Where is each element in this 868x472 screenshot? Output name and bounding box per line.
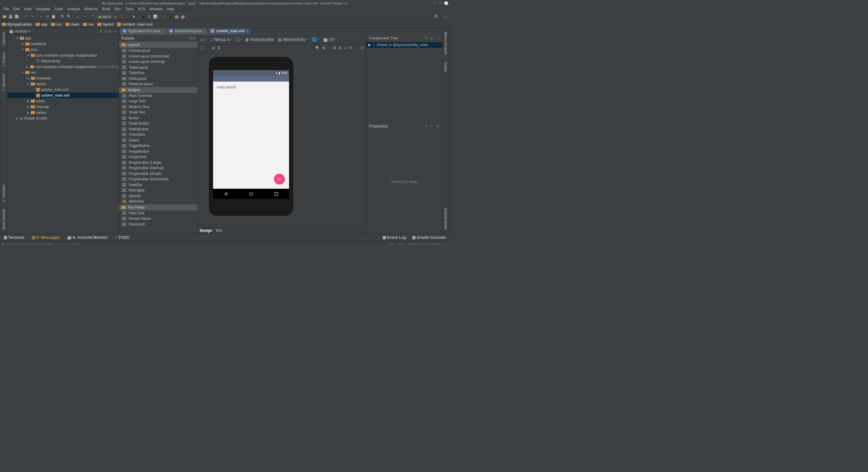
revert-icon[interactable]: ↶ (430, 124, 433, 129)
palette-item[interactable]: Button (119, 115, 198, 121)
palette-item[interactable]: ProgressBar (Small) (119, 171, 198, 177)
tree-row[interactable]: ▶mipmap (7, 104, 119, 109)
device-screen[interactable]: ▾ ▮ 6:00 Hello World! ✉ (213, 70, 289, 189)
palette-item[interactable]: LinearLayout (Horizontal) (119, 54, 198, 59)
palette-item[interactable]: Small Button (119, 121, 198, 127)
expand-arrow-icon[interactable]: ▶ (21, 42, 24, 45)
gutter-structure[interactable]: 7: Structure (1, 70, 6, 95)
status-toggle-icon[interactable]: ▣ (2, 243, 5, 244)
palette-item[interactable]: ToggleButton (119, 143, 198, 149)
expand-arrow-icon[interactable]: ▶ (27, 100, 30, 103)
gutter-project[interactable]: 1: Project (1, 49, 6, 70)
undo-icon[interactable]: ↶ (23, 14, 29, 19)
tree-row[interactable]: ▼res (7, 70, 119, 75)
breadcrumb[interactable]: main (65, 22, 79, 27)
breadcrumb[interactable]: res (83, 22, 94, 27)
cut-icon[interactable]: ✂ (38, 14, 44, 19)
hide-icon[interactable]: →| (113, 29, 117, 33)
expand-arrow-icon[interactable]: ▶ (27, 77, 30, 80)
make-icon[interactable]: 🔨 (91, 14, 96, 19)
search-icon[interactable]: 🔍 (434, 14, 439, 19)
stop-icon[interactable]: ■ (131, 14, 136, 19)
tab-application-test[interactable]: CApplicationTest.java× (120, 28, 166, 35)
close-icon[interactable] (444, 1, 448, 5)
back-icon[interactable] (224, 192, 228, 196)
bottom-terminal[interactable]: ▣ Terminal (4, 235, 24, 240)
breadcrumb[interactable]: app (36, 22, 47, 27)
help-icon[interactable]: ? (189, 14, 195, 19)
open-icon[interactable]: 📂 (2, 14, 7, 19)
project-tree[interactable]: ▼app▶manifests▼java▼com.example.urshulya… (7, 35, 119, 122)
palette-item[interactable]: Small Text (119, 109, 198, 115)
palette-body[interactable]: LayoutsFrameLayoutLinearLayout (Horizont… (119, 42, 198, 227)
paste-icon[interactable]: 📋 (51, 14, 56, 19)
locale-picker[interactable]: 🌐▾ (312, 37, 319, 42)
project-mode[interactable]: Android (15, 29, 27, 33)
palette-item[interactable]: Plain Text (119, 210, 198, 216)
copy-icon[interactable]: ⧉ (44, 14, 50, 19)
fab-button[interactable]: ✉ (274, 174, 285, 184)
menu-edit[interactable]: Edit (11, 6, 22, 12)
status-lock-icon[interactable]: ⬚ (444, 243, 447, 244)
menu-help[interactable]: Help (164, 6, 176, 12)
expand-arrow-icon[interactable]: ▶ (27, 105, 30, 108)
palette-item[interactable]: ProgressBar (Horizontal) (119, 176, 198, 182)
home-icon[interactable] (249, 192, 253, 196)
recents-icon[interactable] (274, 192, 278, 196)
dd1-icon[interactable]: ↻ (162, 14, 167, 19)
menu-run[interactable]: Run (113, 6, 123, 12)
forward-icon[interactable]: → (82, 14, 87, 19)
gutter-captures[interactable]: Captures (1, 28, 6, 49)
gear-icon[interactable]: ⚙▾ (189, 36, 195, 41)
android-icon[interactable]: 🤖 (180, 14, 185, 19)
collapse-icon[interactable]: ⇲ (104, 29, 107, 33)
palette-item[interactable]: Password (119, 222, 198, 227)
palette-item[interactable]: GridLayout (119, 76, 198, 81)
android-icon[interactable]: 🤖 (174, 14, 179, 19)
tree-row[interactable]: ▶com.example.urshulyak.myapplication (an… (7, 64, 119, 70)
transfer-icon[interactable]: ⇄ (212, 46, 215, 50)
attach-icon[interactable]: ⋯ (125, 14, 130, 19)
tree-row[interactable]: ▼java (7, 47, 119, 53)
menu-vcs[interactable]: VCS (136, 6, 148, 12)
palette-item[interactable]: LinearLayout (Vertical) (119, 59, 198, 65)
dd2-icon[interactable]: 📱 (168, 14, 173, 19)
tree-row[interactable]: ▶menu (7, 98, 119, 104)
palette-item[interactable]: ImageView (119, 154, 198, 160)
bottom-android-monitor[interactable]: 🤖 6: Android Monitor (67, 235, 107, 240)
tree-row[interactable]: ▼com.example.urshulyak.myapplication (7, 53, 119, 58)
palette-item[interactable]: RatingBar (119, 188, 198, 193)
replace-icon[interactable]: 🔍 (66, 14, 71, 19)
gear-icon[interactable]: ⚙ (108, 29, 111, 33)
bottom-messages[interactable]: ▤ 0: Messages (32, 235, 60, 240)
palette-item[interactable]: Switch (119, 138, 198, 143)
tree-row[interactable]: content_main.xml (7, 92, 119, 98)
redo-icon[interactable]: ↷ (29, 14, 35, 19)
menu-navigate[interactable]: Navigate (34, 6, 52, 12)
run-config-selector[interactable]: ◆ app ▾ (97, 14, 113, 19)
palette-item[interactable]: ImageButton (119, 149, 198, 155)
chevron-down-icon[interactable]: ▾ (29, 30, 30, 33)
palette-item[interactable]: ProgressBar (Large) (119, 160, 198, 166)
device-picker[interactable]: ▯Nexus 4▾ (210, 37, 232, 42)
activity-picker[interactable]: ▤MainActivity▾ (278, 37, 308, 42)
close-tab-icon[interactable]: × (203, 30, 205, 33)
design-canvas[interactable]: ▾ ▮ 6:00 Hello World! ✉ (198, 52, 366, 227)
palette-item[interactable]: WebView (119, 199, 198, 204)
tree-row[interactable]: ⒸMainActivity (7, 58, 119, 64)
avd-icon[interactable]: 📱 (141, 14, 146, 19)
palette-item[interactable]: CheckBox (119, 132, 198, 138)
menu-window[interactable]: Window (147, 6, 164, 12)
monitor-icon[interactable]: 📊 (153, 14, 158, 19)
filter-icon[interactable]: ▼ (435, 124, 440, 129)
tree-row[interactable]: ▶manifests (7, 41, 119, 47)
bottom-event-log[interactable]: ▦ Event Log (382, 235, 406, 240)
zoom-fit-icon[interactable]: 🔍 (315, 46, 320, 50)
palette-item[interactable]: Large Text (119, 98, 198, 104)
gutter-gradle[interactable]: Gradle (443, 58, 448, 75)
menu-file[interactable]: File (1, 6, 11, 12)
palette-item[interactable]: TableLayout (119, 65, 198, 70)
gutter-maven[interactable]: Maven Projects (443, 28, 448, 58)
palette-item[interactable]: Plain TextView (119, 93, 198, 99)
component-tree-row[interactable]: ▶ ▯ Shown in @layout/activity_main (367, 42, 442, 48)
